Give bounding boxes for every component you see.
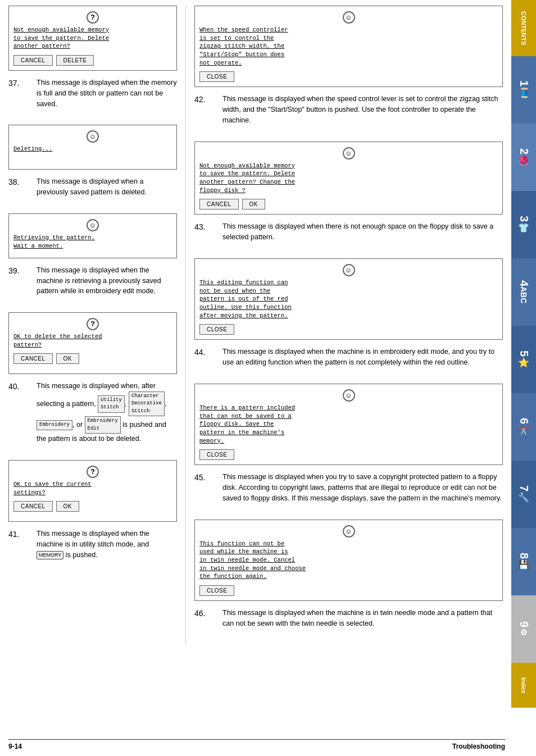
dialog-46: ☺ This function can not beused while the… [194,520,503,601]
entry-44: ☺ This editing function cannot be used w… [194,258,503,376]
tab-2-icon: 🧶 [519,155,529,166]
dialog-39: ☺ Retrieving the pattern.Wait a moment. [8,213,177,258]
entry-41: ? OK to save the currentsettings? CANCEL… [8,460,177,568]
question-icon-40: ? [87,318,99,330]
dialog-46-icon: ☺ [199,525,498,538]
entry-42: ☺ When the speed controlleris set to con… [194,6,503,134]
dialog-45-icon: ☺ [199,389,498,402]
entry-43-description: This message is displayed when there is … [222,221,503,243]
tab-5-label: 5 [517,350,530,357]
face-icon-42: ☺ [343,11,355,24]
right-column: ☺ When the speed controlleris set to con… [194,6,503,645]
dialog-38-icon: ☺ [13,130,172,143]
entry-37-content: ? Not enough available memoryto save the… [8,6,177,117]
entry-42-desc-row: 42. This message is displayed when the s… [194,94,503,125]
tab-index-label: Index [520,677,527,694]
tab-4-icon: ABC [519,286,528,303]
dialog-40-text: OK to delete the selectedpattern? [13,333,172,349]
dialog-43-buttons: CANCEL OK [199,199,498,210]
dialog-40-cancel-button[interactable]: CANCEL [13,353,53,364]
entry-37: ? Not enough available memoryto save the… [8,6,177,117]
entry-46: ☺ This function can not beused while the… [194,520,503,637]
face-icon-45: ☺ [343,389,355,402]
char-deco-btn: CharacterDecorativeStitch [129,391,165,417]
face-icon-44: ☺ [343,264,355,276]
entry-38: ☺ Deleting... 38. This message is displa… [8,125,177,206]
entry-43-content: ☺ Not enough available memoryto save the… [194,142,503,251]
entry-41-description: This message is displayed when the machi… [37,529,177,560]
dialog-41-ok-button[interactable]: OK [56,501,79,512]
dialog-41: ? OK to save the currentsettings? CANCEL… [8,460,177,522]
dialog-45-buttons: CLOSE [199,449,498,460]
entry-45: ☺ There is a pattern includedthat can no… [194,384,503,512]
tab-7[interactable]: 7 🔧 [511,461,536,528]
dialog-39-icon: ☺ [13,218,172,231]
dialog-44-buttons: CLOSE [199,324,498,335]
tab-2-label: 2 [517,148,530,154]
entry-45-content: ☺ There is a pattern includedthat can no… [194,384,503,512]
dialog-37-icon: ? [13,11,172,24]
dialog-42-close-button[interactable]: CLOSE [199,71,234,82]
tab-4-label: 4 [517,280,530,286]
dialog-42-text: When the speed controlleris set to contr… [199,26,498,67]
entry-40-desc-row: 40. This message is displayed when, afte… [8,381,177,444]
dialog-43-text: Not enough available memoryto save the p… [199,162,498,195]
entry-46-content: ☺ This function can not beused while the… [194,520,503,637]
tab-8-label: 8 [517,553,530,559]
tab-8-icon: 💾 [519,559,529,571]
dialog-37-cancel-button[interactable]: CANCEL [13,55,53,66]
entry-42-number: 42. [194,95,214,104]
dialog-46-close-button[interactable]: CLOSE [199,585,234,596]
entry-39-desc-row: 39. This message is displayed when the m… [8,265,177,297]
face-icon-46: ☺ [343,525,355,538]
utility-stitch-btn: UtilityStitch [98,395,125,413]
dialog-45-close-button[interactable]: CLOSE [199,449,234,460]
face-icon-39: ☺ [87,219,99,231]
entry-38-number: 38. [8,177,28,186]
dialog-45: ☺ There is a pattern includedthat can no… [194,384,503,465]
question-icon-41: ? [87,466,99,478]
dialog-38: ☺ Deleting... [8,125,177,170]
dialog-40-icon: ? [13,317,172,330]
entry-43-number: 43. [194,222,214,231]
tab-7-label: 7 [517,485,530,491]
tab-3-label: 3 [517,216,530,222]
entry-39-content: ☺ Retrieving the pattern.Wait a moment. … [8,213,177,304]
tab-1-icon: 🧵 [517,87,530,99]
face-icon-43: ☺ [343,147,355,160]
entry-45-description: This message is displayed when you try t… [222,472,503,503]
dialog-40-buttons: CANCEL OK [13,353,172,364]
tab-3-icon: 👕 [519,222,529,234]
dialog-42: ☺ When the speed controlleris set to con… [194,6,503,87]
dialog-41-cancel-button[interactable]: CANCEL [13,501,53,512]
dialog-46-text: This function can not beused while the m… [199,540,498,581]
side-tabs: CONTENTS 1 🧵 2 🧶 3 👕 4 ABC 5 ⭐ 6 ✂️ 7 🔧 … [511,0,536,756]
tab-4[interactable]: 4 ABC [511,258,536,326]
dialog-44-close-button[interactable]: CLOSE [199,324,234,335]
entry-37-number: 37. [8,79,28,88]
tab-index[interactable]: Index [511,663,536,708]
tab-5[interactable]: 5 ⭐ [511,326,536,393]
tab-8[interactable]: 8 💾 [511,528,536,595]
tab-1[interactable]: 1 🧵 [511,56,536,124]
dialog-40-ok-button[interactable]: OK [56,353,79,364]
entry-39: ☺ Retrieving the pattern.Wait a moment. … [8,213,177,304]
entry-46-description: This message is displayed when the machi… [222,608,503,629]
entry-44-desc-row: 44. This message is displayed when the m… [194,347,503,368]
dialog-43-cancel-button[interactable]: CANCEL [199,199,239,210]
entry-42-content: ☺ When the speed controlleris set to con… [194,6,503,134]
dialog-37-text: Not enough available memoryto save the p… [13,26,172,51]
entry-38-description: This message is displayed when a previou… [37,176,177,198]
tab-9[interactable]: 9 ⚙ [511,595,536,663]
dialog-43-ok-button[interactable]: OK [242,199,265,210]
embroidery-btn: Embroidery [37,420,72,430]
tab-2[interactable]: 2 🧶 [511,124,536,191]
entry-46-desc-row: 46. This message is displayed when the m… [194,608,503,629]
entry-41-desc-row: 41. This message is displayed when the m… [8,529,177,560]
entry-45-desc-row: 45. This message is displayed when you t… [194,472,503,503]
tab-6[interactable]: 6 ✂️ [511,393,536,461]
left-column: ? Not enough available memoryto save the… [8,6,177,645]
tab-contents[interactable]: CONTENTS [511,0,536,56]
tab-3[interactable]: 3 👕 [511,191,536,258]
dialog-37-delete-button[interactable]: DELETE [56,55,94,66]
